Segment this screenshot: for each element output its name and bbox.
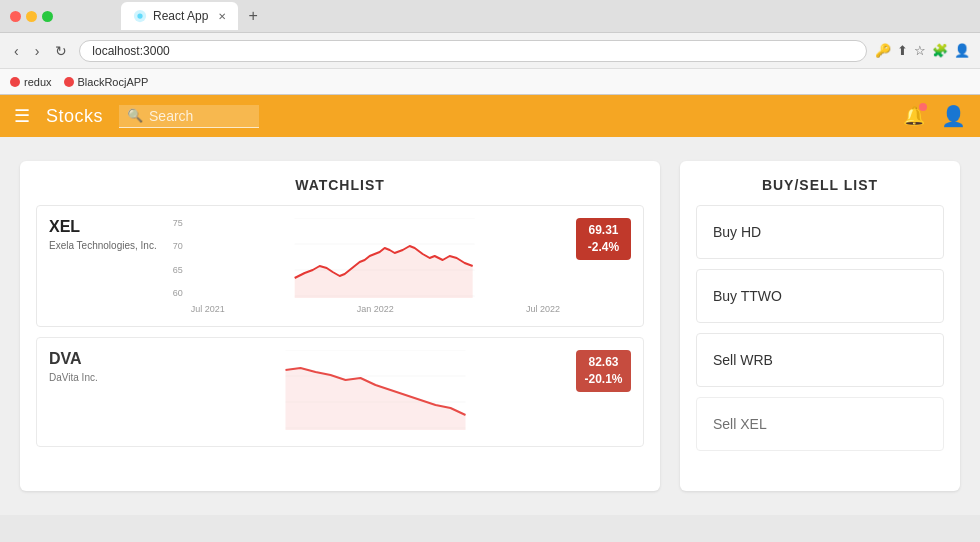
buysell-label-sell-xel: Sell XEL	[713, 416, 767, 432]
stock-price-xel: 69.31	[584, 222, 623, 239]
stock-ticker-xel: XEL	[49, 218, 157, 236]
stock-chart-dva	[173, 350, 578, 430]
forward-button[interactable]: ›	[31, 41, 44, 61]
browser-tab[interactable]: React App ✕	[121, 2, 238, 30]
url-text: localhost:3000	[92, 44, 169, 58]
stock-change-dva: -20.1%	[584, 371, 623, 388]
buysell-item-sell-xel[interactable]: Sell XEL	[696, 397, 944, 451]
buysell-item-sell-wrb[interactable]: Sell WRB	[696, 333, 944, 387]
main-content: WATCHLIST XEL Exela Technologies, Inc. 7…	[0, 137, 980, 515]
browser-titlebar: React App ✕ +	[0, 0, 980, 32]
browser-bookmarks: redux BlackRocjAPP	[0, 68, 980, 94]
buysell-panel: BUY/SELL LIST Buy HD Buy TTWO Sell WRB S…	[680, 161, 960, 491]
stock-card-xel[interactable]: XEL Exela Technologies, Inc. 75 70 65 60	[36, 205, 644, 327]
redux-icon	[10, 77, 20, 87]
password-icon: 🔑	[875, 43, 891, 58]
buysell-title: BUY/SELL LIST	[696, 177, 944, 193]
stock-ticker-dva: DVA	[49, 350, 139, 368]
bookmark-redux-label: redux	[24, 76, 52, 88]
react-favicon-icon	[133, 9, 147, 23]
address-bar[interactable]: localhost:3000	[79, 40, 867, 62]
hamburger-icon[interactable]: ☰	[14, 105, 30, 127]
blackrocj-icon	[64, 77, 74, 87]
bookmark-icon[interactable]: ☆	[914, 43, 926, 58]
minimize-button[interactable]	[26, 11, 37, 22]
stock-info-xel: XEL Exela Technologies, Inc.	[49, 218, 157, 252]
y-axis-labels: 75 70 65 60	[173, 218, 183, 298]
watchlist-title: WATCHLIST	[36, 177, 644, 193]
user-avatar-icon[interactable]: 👤	[941, 104, 966, 128]
buysell-item-buy-ttwo[interactable]: Buy TTWO	[696, 269, 944, 323]
stock-info-dva: DVA DaVita Inc.	[49, 350, 139, 384]
traffic-lights	[10, 11, 53, 22]
notification-badge	[919, 103, 927, 111]
bookmark-blackrocj-label: BlackRocjAPP	[78, 76, 149, 88]
new-tab-button[interactable]: +	[242, 5, 263, 27]
browser-toolbar: ‹ › ↻ localhost:3000 🔑 ⬆ ☆ 🧩 👤	[0, 32, 980, 68]
buysell-label-buy-hd: Buy HD	[713, 224, 761, 240]
stock-name-dva: DaVita Inc.	[49, 371, 139, 384]
stock-price-dva: 82.63	[584, 354, 623, 371]
stock-chart-xel	[191, 218, 578, 298]
svg-point-1	[137, 13, 142, 18]
extensions-icon[interactable]: 🧩	[932, 43, 948, 58]
toolbar-icons: 🔑 ⬆ ☆ 🧩 👤	[875, 43, 970, 58]
notification-bell[interactable]: 🔔	[903, 105, 925, 127]
stock-card-dva[interactable]: DVA DaVita Inc. 82.63 -20.1%	[36, 337, 644, 447]
back-button[interactable]: ‹	[10, 41, 23, 61]
app-navbar: ☰ Stocks 🔍 🔔 👤	[0, 95, 980, 137]
stock-price-badge-dva: 82.63 -20.1%	[576, 350, 631, 392]
browser-tab-bar: React App ✕ +	[61, 2, 324, 30]
bookmark-blackrocj[interactable]: BlackRocjAPP	[64, 76, 149, 88]
buysell-label-buy-ttwo: Buy TTWO	[713, 288, 782, 304]
search-input[interactable]	[149, 108, 249, 124]
share-icon[interactable]: ⬆	[897, 43, 908, 58]
app-title: Stocks	[46, 106, 103, 127]
stock-price-badge-xel: 69.31 -2.4%	[576, 218, 631, 260]
stock-change-xel: -2.4%	[584, 239, 623, 256]
bookmark-redux[interactable]: redux	[10, 76, 52, 88]
maximize-button[interactable]	[42, 11, 53, 22]
browser-chrome: React App ✕ + ‹ › ↻ localhost:3000 🔑 ⬆ ☆…	[0, 0, 980, 95]
search-icon: 🔍	[127, 108, 143, 123]
close-button[interactable]	[10, 11, 21, 22]
tab-close-icon[interactable]: ✕	[218, 11, 226, 22]
buysell-label-sell-wrb: Sell WRB	[713, 352, 773, 368]
watchlist-panel: WATCHLIST XEL Exela Technologies, Inc. 7…	[20, 161, 660, 491]
profile-icon[interactable]: 👤	[954, 43, 970, 58]
stock-name-xel: Exela Technologies, Inc.	[49, 239, 157, 252]
refresh-button[interactable]: ↻	[51, 41, 71, 61]
search-box: 🔍	[119, 105, 259, 128]
buysell-item-buy-hd[interactable]: Buy HD	[696, 205, 944, 259]
tab-title: React App	[153, 9, 208, 23]
chart-x-labels-xel: Jul 2021 Jan 2022 Jul 2022	[191, 304, 560, 314]
